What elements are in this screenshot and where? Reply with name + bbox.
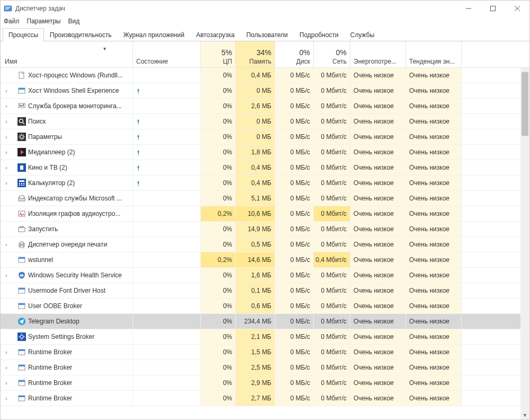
leaf-icon [136,180,139,186]
cell-status [133,160,201,175]
table-row[interactable]: User OOBE Broker0%0,6 МБ0 МБ/с0 Мбит/сОч… [1,299,529,314]
exe-icon [17,379,26,387]
process-name: System Settings Broker [28,333,94,340]
header-network[interactable]: 0% Сеть [314,41,350,67]
process-name: Калькулятор (2) [28,179,75,187]
cell-trend: Очень низкое [406,299,462,313]
cell-energy: Очень низкое [350,176,406,190]
header-memory[interactable]: 34% Память [236,41,275,67]
cell-net: 0 Мбит/с [314,237,350,252]
maximize-button[interactable] [481,1,505,16]
tab-performance[interactable]: Производительность [44,28,117,41]
process-list: Хост-процесс Windows (Rundll...0%0,4 МБ0… [1,68,529,419]
close-button[interactable] [505,1,529,16]
cell-name: Индексатор службы Microsoft ... [1,191,133,206]
cell-name: ›Хост Windows Shell Experience [1,83,133,98]
cell-trend: Очень низкое [406,375,462,390]
cell-mem: 1,8 МБ [236,145,275,160]
cell-name: Usermode Font Driver Host [1,283,133,298]
cell-energy: Очень низкое [350,99,406,113]
cell-cpu: 0% [201,99,236,113]
table-row[interactable]: ›Windows Security Health Service0%1,6 МБ… [1,268,529,283]
expand-icon[interactable]: › [4,273,9,278]
gear-icon [17,133,26,141]
header-energy[interactable]: Энергопотре... [350,41,406,67]
cell-name: ›Runtime Broker [1,360,133,375]
table-row[interactable]: ›Диспетчер очереди печати0%0,5 МБ0 МБ/с0… [1,237,529,252]
expand-icon[interactable]: › [4,150,9,155]
table-row[interactable]: Telegram Desktop0%234,4 МБ0 МБ/с0 Мбит/с… [1,314,529,329]
tab-startup[interactable]: Автозагрузка [190,28,241,41]
tab-details[interactable]: Подробности [294,28,344,41]
cell-cpu: 0% [201,176,236,190]
table-row[interactable]: ›Служба брокера мониторинга...0%2,6 МБ0 … [1,99,529,114]
table-row[interactable]: ›Runtime Broker0%2,5 МБ0 МБ/с0 Мбит/сОче… [1,360,529,375]
menu-view[interactable]: Вид [68,18,80,25]
table-row[interactable]: Запустить0%14,9 МБ0 МБ/с0 Мбит/сОчень ни… [1,222,529,237]
task-manager-window: Диспетчер задач Файл Параметры Вид Проце… [0,0,530,420]
leaf-icon [136,150,139,155]
tab-users[interactable]: Пользователи [241,28,294,41]
menu-options[interactable]: Параметры [27,18,61,25]
table-row[interactable]: ›Поиск0%0 МБ0 МБ/с0 Мбит/сОчень низкоеОч… [1,114,529,129]
cell-mem: 0,1 МБ [236,283,275,298]
table-row[interactable]: Usermode Font Driver Host0%0,1 МБ0 МБ/с0… [1,283,529,299]
table-row[interactable]: ›Хост Windows Shell Experience0%0 МБ0 МБ… [1,83,529,99]
table-row[interactable]: Изоляция графов аудиоустро...0,2%10,6 МБ… [1,206,529,222]
cell-trend: Очень низкое [406,268,462,283]
tab-services[interactable]: Службы [344,28,380,41]
expand-icon[interactable]: › [4,242,9,248]
header-cpu[interactable]: 5% ЦП [201,41,236,67]
table-row[interactable]: ›Runtime Broker0%2,9 МБ0 МБ/с0 Мбит/сОче… [1,375,529,391]
cell-cpu: 0% [201,345,236,360]
tab-processes[interactable]: Процессы [3,28,44,41]
expand-icon[interactable]: › [4,365,9,371]
table-row[interactable]: ›Калькулятор (2)0%0,4 МБ0 МБ/с0 Мбит/сОч… [1,176,529,191]
leaf-icon [136,134,139,139]
expand-icon[interactable]: › [4,396,9,401]
svg-rect-37 [23,165,24,170]
header-trend[interactable]: Тенденция эн... [406,41,462,67]
cell-disk: 0 МБ/с [275,68,314,83]
expand-icon[interactable]: › [4,88,9,94]
cell-energy: Очень низкое [350,206,406,221]
expand-icon[interactable]: › [4,349,9,355]
cell-net: 0 Мбит/с [314,145,350,160]
cell-status [133,68,201,83]
cell-status [133,99,201,113]
expand-icon[interactable]: › [4,103,9,109]
expand-icon[interactable]: › [4,180,9,186]
table-row[interactable]: Индексатор службы Microsoft ...0%5,1 МБ0… [1,191,529,206]
table-row[interactable]: ›Кино и ТВ (2)0%0,4 МБ0 МБ/с0 Мбит/сОчен… [1,160,529,176]
tab-app-history[interactable]: Журнал приложений [118,28,190,41]
table-row[interactable]: Хост-процесс Windows (Rundll...0%0,4 МБ0… [1,68,529,83]
menu-file[interactable]: Файл [4,18,20,25]
cell-cpu: 0% [201,329,236,344]
svg-rect-1 [5,7,11,7]
expand-icon[interactable]: › [4,134,9,140]
table-row[interactable]: ›Параметры0%0 МБ0 МБ/с0 Мбит/сОчень низк… [1,129,529,145]
header-name[interactable]: ▾ Имя [1,41,133,67]
cell-mem: 0 МБ [236,83,275,98]
table-row[interactable]: wstunnel0,2%14,6 МБ0 МБ/с0,4 Мбит/сОчень… [1,252,529,268]
header-status[interactable]: Состояние [133,41,201,67]
expand-icon[interactable]: › [4,380,9,386]
minimize-button[interactable] [456,1,481,16]
svg-rect-54 [20,242,23,244]
table-row[interactable]: ›Runtime Broker0%1,5 МБ0 МБ/с0 Мбит/сОче… [1,345,529,360]
header-disk[interactable]: 0% Диск [275,41,314,67]
cell-name: ›Диспетчер очереди печати [1,237,133,252]
expand-icon[interactable]: › [4,119,9,125]
cell-energy: Очень низкое [350,329,406,344]
process-name: Запустить [28,225,58,233]
cell-net: 0 Мбит/с [314,129,350,144]
scrollbar[interactable]: ▲ ▼ [520,68,529,419]
process-name: Кино и ТВ (2) [28,164,67,171]
table-row[interactable]: ›Runtime Broker0%2,7 МБ0 МБ/с0 Мбит/сОче… [1,391,529,406]
expand-icon[interactable]: › [4,165,9,171]
table-row[interactable]: ›Медиаплеер (2)0%1,8 МБ0 МБ/с0 Мбит/сОче… [1,145,529,160]
cell-energy: Очень низкое [350,252,406,267]
table-row[interactable]: System Settings Broker0%2,1 МБ0 МБ/с0 Мб… [1,329,529,345]
scroll-down-icon[interactable]: ▼ [520,410,529,419]
scrollbar-thumb[interactable] [522,72,528,136]
